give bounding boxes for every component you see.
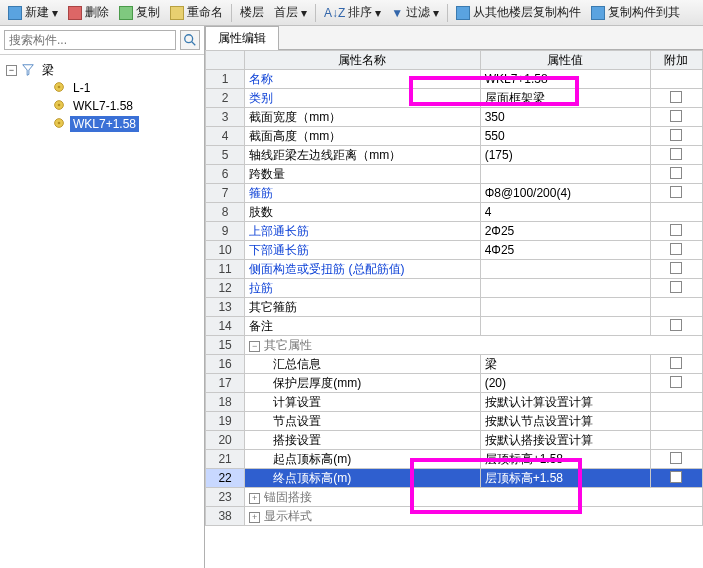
property-value[interactable]: 4 [480, 203, 650, 222]
table-row[interactable]: 15−其它属性 [206, 336, 703, 355]
table-row[interactable]: 23+锚固搭接 [206, 488, 703, 507]
extra-cell[interactable] [650, 203, 702, 222]
property-value[interactable]: (175) [480, 146, 650, 165]
checkbox[interactable] [670, 129, 682, 141]
table-row[interactable]: 20 搭接设置按默认搭接设置计算 [206, 431, 703, 450]
property-value[interactable]: 550 [480, 127, 650, 146]
property-value[interactable]: 层顶标高+1.58 [480, 450, 650, 469]
table-row[interactable]: 5轴线距梁左边线距离（mm）(175) [206, 146, 703, 165]
floor-select[interactable]: 首层 ▾ [270, 2, 311, 23]
extra-cell[interactable] [650, 89, 702, 108]
property-value[interactable]: Φ8@100/200(4) [480, 184, 650, 203]
table-row[interactable]: 18 计算设置按默认计算设置计算 [206, 393, 703, 412]
checkbox[interactable] [670, 167, 682, 179]
table-row[interactable]: 10下部通长筋4Φ25 [206, 241, 703, 260]
checkbox[interactable] [670, 148, 682, 160]
property-value[interactable]: 按默认计算设置计算 [480, 393, 650, 412]
group-cell[interactable]: −其它属性 [245, 336, 703, 355]
expand-icon[interactable]: + [249, 493, 260, 504]
copy-to-floor-button[interactable]: 复制构件到其 [587, 2, 684, 23]
property-value[interactable] [480, 317, 650, 336]
checkbox[interactable] [670, 281, 682, 293]
property-value[interactable]: 按默认搭接设置计算 [480, 431, 650, 450]
extra-cell[interactable] [650, 127, 702, 146]
property-value[interactable]: 350 [480, 108, 650, 127]
table-row[interactable]: 21 起点顶标高(m)层顶标高+1.58 [206, 450, 703, 469]
extra-cell[interactable] [650, 412, 702, 431]
property-value[interactable]: WKL7+1.58 [480, 70, 650, 89]
table-row[interactable]: 38+显示样式 [206, 507, 703, 526]
table-row[interactable]: 8肢数4 [206, 203, 703, 222]
table-row[interactable]: 9上部通长筋2Φ25 [206, 222, 703, 241]
tree-item[interactable]: L-1 [4, 79, 200, 97]
property-value[interactable]: (20) [480, 374, 650, 393]
checkbox[interactable] [670, 376, 682, 388]
table-row[interactable]: 7箍筋Φ8@100/200(4) [206, 184, 703, 203]
table-row[interactable]: 13其它箍筋 [206, 298, 703, 317]
tree-item[interactable]: WKL7-1.58 [4, 97, 200, 115]
property-value[interactable]: 2Φ25 [480, 222, 650, 241]
table-row[interactable]: 19 节点设置按默认节点设置计算 [206, 412, 703, 431]
property-value[interactable]: 层顶标高+1.58 [480, 469, 650, 488]
extra-cell[interactable] [650, 70, 702, 89]
rename-button[interactable]: 重命名 [166, 2, 227, 23]
extra-cell[interactable] [650, 241, 702, 260]
sort-button[interactable]: A↓Z 排序 ▾ [320, 2, 385, 23]
checkbox[interactable] [670, 357, 682, 369]
table-row[interactable]: 4截面高度（mm）550 [206, 127, 703, 146]
table-row[interactable]: 16 汇总信息梁 [206, 355, 703, 374]
checkbox[interactable] [670, 452, 682, 464]
copy-from-floor-button[interactable]: 从其他楼层复制构件 [452, 2, 585, 23]
new-button[interactable]: 新建 ▾ [4, 2, 62, 23]
property-value[interactable] [480, 165, 650, 184]
group-cell[interactable]: +锚固搭接 [245, 488, 703, 507]
table-row[interactable]: 2类别屋面框架梁 [206, 89, 703, 108]
property-value[interactable] [480, 298, 650, 317]
extra-cell[interactable] [650, 450, 702, 469]
delete-button[interactable]: 删除 [64, 2, 113, 23]
extra-cell[interactable] [650, 260, 702, 279]
extra-cell[interactable] [650, 317, 702, 336]
group-cell[interactable]: +显示样式 [245, 507, 703, 526]
extra-cell[interactable] [650, 374, 702, 393]
extra-cell[interactable] [650, 184, 702, 203]
extra-cell[interactable] [650, 298, 702, 317]
extra-cell[interactable] [650, 431, 702, 450]
table-row[interactable]: 12拉筋 [206, 279, 703, 298]
tree-item[interactable]: WKL7+1.58 [4, 115, 200, 133]
tree-root[interactable]: − 梁 [4, 61, 200, 79]
tab-properties[interactable]: 属性编辑 [205, 26, 279, 50]
collapse-icon[interactable]: − [249, 341, 260, 352]
property-grid[interactable]: 属性名称 属性值 附加 1名称WKL7+1.582类别屋面框架梁3截面宽度（mm… [205, 50, 703, 568]
extra-cell[interactable] [650, 108, 702, 127]
extra-cell[interactable] [650, 165, 702, 184]
property-value[interactable]: 按默认节点设置计算 [480, 412, 650, 431]
extra-cell[interactable] [650, 146, 702, 165]
extra-cell[interactable] [650, 469, 702, 488]
extra-cell[interactable] [650, 222, 702, 241]
table-row[interactable]: 3截面宽度（mm）350 [206, 108, 703, 127]
checkbox[interactable] [670, 471, 682, 483]
collapse-icon[interactable]: − [6, 65, 17, 76]
search-input[interactable] [4, 30, 176, 50]
checkbox[interactable] [670, 262, 682, 274]
property-value[interactable] [480, 260, 650, 279]
checkbox[interactable] [670, 224, 682, 236]
expand-icon[interactable]: + [249, 512, 260, 523]
property-value[interactable]: 4Φ25 [480, 241, 650, 260]
checkbox[interactable] [670, 91, 682, 103]
checkbox[interactable] [670, 243, 682, 255]
property-value[interactable]: 屋面框架梁 [480, 89, 650, 108]
property-value[interactable]: 梁 [480, 355, 650, 374]
checkbox[interactable] [670, 319, 682, 331]
filter-button[interactable]: ▼过滤 ▾ [387, 2, 443, 23]
property-value[interactable] [480, 279, 650, 298]
table-row[interactable]: 14备注 [206, 317, 703, 336]
search-button[interactable] [180, 30, 200, 50]
checkbox[interactable] [670, 186, 682, 198]
table-row[interactable]: 22 终点顶标高(m)层顶标高+1.58 [206, 469, 703, 488]
extra-cell[interactable] [650, 393, 702, 412]
table-row[interactable]: 1名称WKL7+1.58 [206, 70, 703, 89]
component-tree[interactable]: − 梁 L-1WKL7-1.58WKL7+1.58 [0, 55, 204, 568]
table-row[interactable]: 11侧面构造或受扭筋 (总配筋值) [206, 260, 703, 279]
